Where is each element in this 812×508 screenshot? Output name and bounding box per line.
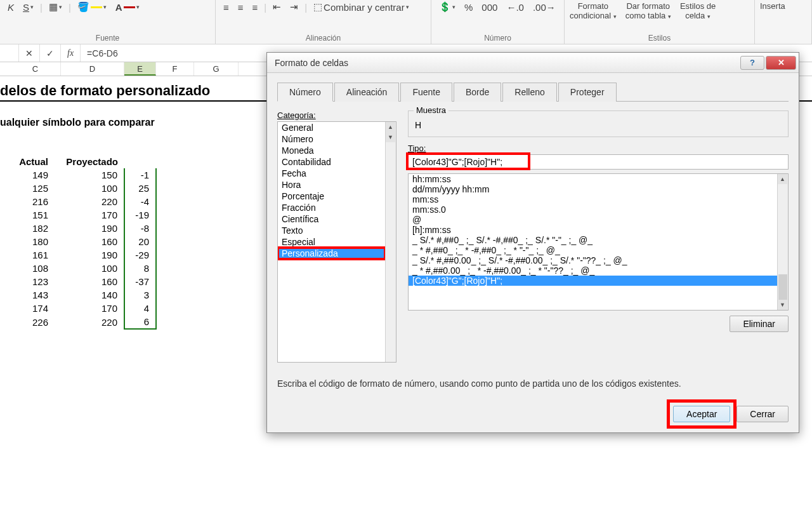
- table-row[interactable]: 182190-8: [0, 222, 156, 235]
- scroll-up-icon[interactable]: ▲: [778, 174, 787, 184]
- category-item[interactable]: Fracción: [278, 202, 385, 213]
- col-header-f[interactable]: F: [156, 62, 194, 76]
- scroll-down-icon[interactable]: ▼: [386, 132, 395, 142]
- thousands-button[interactable]: 000: [479, 2, 500, 13]
- table-row[interactable]: 1431403: [0, 288, 156, 302]
- italic-button[interactable]: K: [5, 2, 16, 13]
- category-item[interactable]: Moneda: [278, 145, 385, 156]
- dialog-titlebar[interactable]: Formato de celdas ? ✕: [267, 53, 799, 73]
- type-item[interactable]: hh:mm:ss: [409, 174, 777, 184]
- align-left-button[interactable]: ≡: [221, 2, 232, 13]
- table-row[interactable]: 12510025: [0, 182, 156, 195]
- category-item[interactable]: Personalizada: [278, 248, 385, 259]
- currency-button[interactable]: 💲▾: [436, 1, 458, 13]
- decrease-decimal-button[interactable]: .00→: [530, 2, 558, 13]
- table-row[interactable]: 123160-37: [0, 275, 156, 288]
- dialog-title: Formato de celdas: [275, 58, 740, 68]
- scroll-up-icon[interactable]: ▲: [386, 122, 395, 132]
- th-proyectado: Proyectado: [55, 155, 124, 168]
- insert-function-button[interactable]: fx: [61, 44, 81, 62]
- group-fuente: Fuente: [5, 32, 210, 44]
- category-listbox[interactable]: GeneralNúmeroMonedaContabilidadFechaHora…: [277, 121, 396, 363]
- borders-button[interactable]: ▦▾: [46, 1, 65, 13]
- group-alineacion: Alineación: [221, 32, 426, 44]
- tab-relleno[interactable]: Relleno: [502, 83, 556, 102]
- col-header-c[interactable]: C: [10, 62, 61, 76]
- ribbon: K S▾ | ▦▾ | 🪣▾ A▾ Fuente ≡ ≡ ≡ | ⇤ ⇥ | ⬚…: [0, 0, 812, 44]
- category-item[interactable]: Porcentaje: [278, 190, 385, 202]
- accept-button[interactable]: Aceptar: [673, 406, 730, 422]
- delete-button[interactable]: Eliminar: [730, 316, 789, 332]
- sample-label: Muestra: [414, 105, 449, 115]
- col-header-e[interactable]: E: [124, 62, 156, 76]
- increase-decimal-button[interactable]: ←.0: [504, 2, 527, 13]
- type-item[interactable]: _ * #,##0.00_ ;_ * -#,##0.00_ ;_ * "-"??…: [409, 265, 777, 276]
- conditional-format-button[interactable]: Formatocondicional ▾: [570, 1, 617, 20]
- data-table: Actual Proyectado 149150-112510025216220…: [0, 155, 157, 330]
- cancel-formula-button[interactable]: ✕: [19, 44, 40, 62]
- format-table-button[interactable]: Dar formatocomo tabla ▾: [625, 1, 671, 20]
- category-item[interactable]: Texto: [278, 225, 385, 236]
- table-row[interactable]: 2262206: [0, 315, 156, 329]
- format-cells-dialog: Formato de celdas ? ✕ NúmeroAlineaciónFu…: [266, 52, 799, 433]
- type-item[interactable]: dd/mm/yyyy hh:mm: [409, 184, 777, 194]
- th-actual: Actual: [0, 155, 55, 168]
- category-item[interactable]: General: [278, 122, 385, 133]
- table-row[interactable]: 216220-4: [0, 195, 156, 208]
- insert-button[interactable]: Inserta: [760, 1, 785, 11]
- tab-fuente[interactable]: Fuente: [400, 83, 452, 102]
- type-item[interactable]: mm:ss.0: [409, 204, 777, 215]
- category-item[interactable]: Fecha: [278, 168, 385, 179]
- align-center-button[interactable]: ≡: [235, 2, 246, 13]
- group-estilos: Estilos: [570, 32, 749, 44]
- table-row[interactable]: 161190-29: [0, 248, 156, 262]
- indent-increase-button[interactable]: ⇥: [287, 1, 301, 13]
- type-item[interactable]: @: [409, 215, 777, 225]
- col-header-g[interactable]: G: [194, 62, 239, 76]
- category-item[interactable]: Número: [278, 133, 385, 145]
- table-row[interactable]: 1081008: [0, 262, 156, 275]
- type-item[interactable]: mm:ss: [409, 194, 777, 204]
- category-item[interactable]: Especial: [278, 236, 385, 248]
- type-item[interactable]: [h]:mm:ss: [409, 225, 777, 235]
- category-item[interactable]: Contabilidad: [278, 156, 385, 168]
- scroll-down-icon[interactable]: ▼: [778, 300, 787, 310]
- close-button[interactable]: Cerrar: [737, 406, 789, 422]
- indent-decrease-button[interactable]: ⇤: [270, 1, 284, 13]
- name-box[interactable]: [4, 44, 19, 62]
- align-right-button[interactable]: ≡: [250, 2, 261, 13]
- cell-styles-button[interactable]: Estilos decelda ▾: [680, 1, 716, 20]
- table-row[interactable]: 1741704: [0, 302, 156, 315]
- table-row[interactable]: 151170-19: [0, 208, 156, 222]
- category-item[interactable]: Hora: [278, 179, 385, 190]
- dialog-help-button[interactable]: ?: [740, 56, 764, 70]
- category-scrollbar[interactable]: ▲ ▼: [385, 122, 396, 362]
- type-label: Tipo:: [408, 144, 789, 153]
- dialog-tabs: NúmeroAlineaciónFuenteBordeRellenoProteg…: [277, 82, 789, 102]
- merge-center-button[interactable]: ⬚ Combinar y centrar ▾: [311, 1, 412, 13]
- type-listbox[interactable]: hh:mm:ssdd/mm/yyyy hh:mmmm:ssmm:ss.0@[h]…: [408, 173, 789, 311]
- percent-button[interactable]: %: [462, 2, 475, 13]
- type-scrollbar[interactable]: ▲ ▼: [777, 174, 788, 310]
- table-row[interactable]: 18016020: [0, 235, 156, 248]
- table-row[interactable]: 149150-1: [0, 168, 156, 182]
- tab-número[interactable]: Número: [277, 83, 333, 102]
- sample-value: H: [415, 120, 782, 130]
- type-item[interactable]: _ S/.* #,##0_ ;_ S/.* -#,##0_ ;_ S/.* "-…: [409, 235, 777, 245]
- type-item[interactable]: [Color43]"G";[Rojo]"H";: [409, 276, 777, 286]
- sample-box: Muestra H: [408, 110, 789, 137]
- type-item[interactable]: _ S/.* #,##0.00_ ;_ S/.* -#,##0.00_ ;_ S…: [409, 255, 777, 265]
- category-item[interactable]: Científica: [278, 213, 385, 225]
- type-item[interactable]: _ * #,##0_ ;_ * -#,##0_ ;_ * "-"_ ;_ @_: [409, 245, 777, 255]
- category-label: Categoría:: [277, 110, 396, 120]
- type-input[interactable]: [408, 154, 789, 170]
- underline-button[interactable]: S▾: [20, 2, 36, 13]
- tab-borde[interactable]: Borde: [454, 83, 501, 102]
- fill-color-button[interactable]: 🪣▾: [75, 1, 109, 13]
- dialog-close-button[interactable]: ✕: [766, 56, 796, 70]
- enter-formula-button[interactable]: ✓: [40, 44, 61, 62]
- font-color-button[interactable]: A▾: [113, 2, 142, 13]
- tab-alineación[interactable]: Alineación: [334, 83, 400, 102]
- col-header-d[interactable]: D: [61, 62, 124, 76]
- tab-proteger[interactable]: Proteger: [558, 83, 617, 102]
